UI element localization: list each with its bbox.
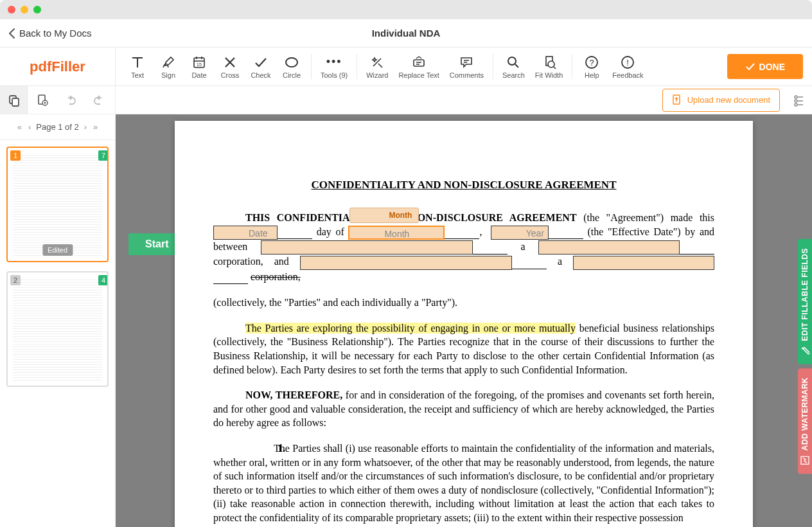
tool-text[interactable]: Text — [122, 52, 153, 82]
svg-text:?: ? — [590, 58, 594, 67]
field-party2-state[interactable] — [573, 256, 714, 270]
page-next-button[interactable]: › — [83, 122, 88, 132]
tool-search[interactable]: Search — [497, 52, 530, 82]
svg-point-19 — [795, 103, 797, 106]
header-bar: Back to My Docs Individual NDA — [0, 19, 812, 48]
back-label: Back to My Docs — [19, 28, 92, 39]
back-icon — [9, 28, 15, 39]
check-icon — [745, 62, 755, 72]
window-chrome — [0, 0, 812, 19]
subtoolbar: Upload new document — [0, 86, 812, 114]
document-body: THIS CONFIDENTIALITY AND NON-DISCLOSURE … — [213, 211, 714, 524]
sliders-icon — [793, 94, 806, 107]
field-month-tooltip: Month — [349, 208, 419, 223]
svg-text:15: 15 — [197, 62, 202, 67]
window-zoom-icon[interactable] — [33, 6, 41, 13]
separator — [357, 54, 357, 79]
item1-number: 1. — [245, 442, 271, 456]
edit-fillable-fields-tab[interactable]: EDIT FILLABLE FIELDS — [798, 239, 812, 364]
field-party2-name[interactable] — [300, 256, 512, 270]
help-icon: ? — [584, 55, 599, 70]
tool-circle[interactable]: Circle — [276, 52, 307, 82]
tool-sign[interactable]: Sign — [153, 52, 184, 82]
side-tabs: EDIT FILLABLE FIELDS ADD WATERMARK — [798, 239, 812, 474]
document-heading: CONFIDENTIALITY AND NON-DISCLOSURE AGREE… — [213, 179, 714, 192]
tool-feedback[interactable]: !Feedback — [607, 52, 648, 82]
tool-help[interactable]: ?Help — [576, 52, 607, 82]
field-party1-name[interactable] — [261, 240, 473, 255]
feedback-icon: ! — [620, 55, 635, 70]
svg-text:!: ! — [627, 58, 630, 67]
tool-check[interactable]: Check — [245, 52, 276, 82]
field-month[interactable]: Month Month — [348, 226, 445, 240]
now-therefore-lead: NOW, THEREFORE, — [245, 389, 342, 400]
highlighted-text: The Parties are exploring the possibilit… — [245, 323, 576, 334]
separator — [572, 54, 572, 79]
upload-new-document-button[interactable]: Upload new document — [662, 89, 780, 112]
redo-icon — [93, 94, 105, 107]
tool-fitwidth[interactable]: Fit Width — [530, 52, 568, 82]
sidebar: « ‹ Page 1 of 2 › » 1 7 Edited 2 4 — [0, 114, 116, 527]
text-icon — [130, 55, 145, 70]
svg-point-6 — [548, 61, 554, 67]
pages-icon — [8, 94, 21, 107]
svg-rect-12 — [12, 98, 19, 106]
more-icon: ••• — [326, 55, 342, 70]
window-minimize-icon[interactable] — [21, 6, 28, 13]
field-year[interactable]: Year — [491, 226, 549, 240]
search-icon — [506, 55, 521, 70]
page-first-button[interactable]: « — [16, 122, 23, 132]
check-icon — [253, 55, 269, 70]
tool-tools[interactable]: •••Tools (9) — [315, 52, 353, 82]
comment-icon — [459, 55, 474, 70]
view-settings-button[interactable] — [786, 94, 812, 107]
page-indicator: Page 1 of 2 — [36, 122, 79, 132]
parties-paragraph: (collectively, the "Parties" and each in… — [213, 296, 714, 310]
pages-panel-button[interactable] — [0, 86, 28, 114]
tool-wizard[interactable]: Wizard — [361, 52, 393, 82]
thumbnail-list: 1 7 Edited 2 4 — [0, 140, 115, 527]
separator — [311, 54, 312, 79]
fitwidth-icon — [542, 55, 557, 70]
replace-icon — [411, 55, 427, 70]
paginator: « ‹ Page 1 of 2 › » — [0, 114, 115, 140]
redo-button[interactable] — [85, 86, 113, 114]
page-settings-button[interactable] — [28, 86, 57, 114]
tool-comments[interactable]: Comments — [445, 52, 489, 82]
field-date[interactable]: Date — [213, 226, 278, 240]
field-party1-state[interactable] — [538, 240, 680, 255]
document-title: Individual NDA — [372, 28, 441, 39]
document-canvas[interactable]: Start CONFIDENTIALITY AND NON-DISCLOSURE… — [116, 114, 812, 527]
circle-icon — [284, 55, 299, 70]
svg-point-4 — [508, 57, 516, 65]
undo-icon — [64, 94, 77, 107]
separator — [493, 54, 493, 79]
edit-icon — [800, 346, 809, 355]
logo: pdfFiller — [0, 48, 116, 85]
page-last-button[interactable]: » — [92, 122, 99, 132]
page-gear-icon — [36, 94, 49, 107]
cross-icon — [222, 55, 238, 70]
add-watermark-tab[interactable]: ADD WATERMARK — [798, 368, 812, 474]
thumbnail-page-2[interactable]: 2 4 — [6, 271, 109, 387]
thumbnail-page-1[interactable]: 1 7 Edited — [6, 147, 109, 262]
svg-point-17 — [795, 96, 797, 98]
window-close-icon[interactable] — [8, 6, 15, 13]
calendar-icon: 15 — [191, 55, 207, 70]
svg-point-2 — [286, 58, 297, 67]
back-button[interactable]: Back to My Docs — [0, 28, 101, 39]
document-page: CONFIDENTIALITY AND NON-DISCLOSURE AGREE… — [175, 121, 753, 527]
tool-replace[interactable]: Replace Text — [393, 52, 444, 82]
svg-point-18 — [795, 100, 797, 102]
svg-rect-3 — [414, 60, 424, 66]
undo-button[interactable] — [57, 86, 85, 114]
page-prev-button[interactable]: ‹ — [27, 122, 32, 132]
done-button[interactable]: DONE — [727, 54, 803, 79]
watermark-icon — [800, 456, 809, 465]
tool-date[interactable]: 15Date — [184, 52, 215, 82]
toolbar: pdfFiller Text Sign 15Date Cross Check C… — [0, 48, 812, 86]
tool-cross[interactable]: Cross — [215, 52, 245, 82]
struck-text: corporation, — [251, 271, 301, 282]
sign-icon — [161, 55, 176, 70]
wizard-icon — [369, 55, 385, 70]
